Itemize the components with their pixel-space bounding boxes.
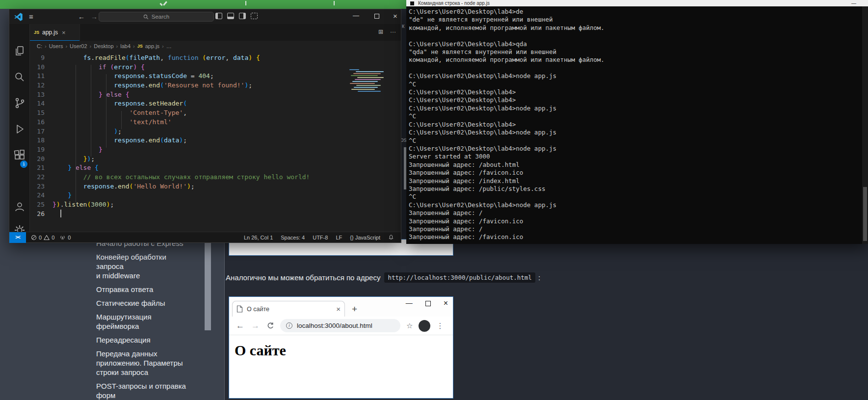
explorer-icon[interactable]	[14, 45, 26, 57]
sidebar-nav-item[interactable]: Отправка ответа	[96, 285, 194, 294]
code-editor[interactable]: 9 fs.readFile(filePath, function (error,…	[30, 52, 401, 232]
code-text: }).listen(3000);	[53, 200, 114, 210]
terminal-minimize-fragment[interactable]: —	[851, 0, 856, 6]
terminal-line: C:\Users\User02\Desktop\lab4>	[409, 88, 868, 96]
minimap[interactable]	[349, 69, 379, 96]
encoding[interactable]: UTF-8	[313, 235, 328, 240]
notifications-bell-icon[interactable]	[388, 234, 394, 240]
terminal-line: C:\Users\User02\Desktop\lab4>qda	[409, 40, 868, 48]
problems-indicator[interactable]: 0 0	[31, 235, 54, 240]
code-line[interactable]: 18 response.end(data);	[30, 136, 401, 145]
cursor-position[interactable]: Ln 26, Col 1	[244, 235, 273, 240]
breadcrumb-item[interactable]: app.js	[145, 43, 159, 49]
breadcrumb-item[interactable]: Users	[49, 43, 63, 49]
status-bar: >< 0 0 0 Ln 26, Col 1	[9, 232, 401, 242]
code-line[interactable]: 26	[30, 210, 401, 219]
indentation[interactable]: Spaces: 4	[281, 235, 305, 240]
code-line[interactable]: 17 );	[30, 127, 401, 136]
breadcrumb-separator: ›	[65, 43, 67, 49]
window-maximize-icon[interactable]	[374, 14, 379, 19]
tab-close-icon[interactable]: ×	[62, 29, 66, 36]
source-control-icon[interactable]	[14, 97, 26, 109]
code-line[interactable]: 20 });	[30, 155, 401, 164]
sidebar-nav-item[interactable]: Конвейер обработки запросаи middleware	[96, 252, 194, 280]
toggle-secondary-sidebar-icon[interactable]	[239, 13, 246, 19]
breadcrumb-item[interactable]: User02	[70, 43, 87, 49]
customize-layout-icon[interactable]	[251, 13, 258, 19]
terminal-window[interactable]: Командная строка - node app.js — C:\User…	[406, 0, 868, 244]
terminal-title-bar[interactable]: Командная строка - node app.js —	[406, 0, 868, 6]
code-text: response.statusCode = 404;	[53, 72, 214, 81]
sidebar-nav-item[interactable]: Статические файлы	[96, 298, 194, 308]
terminal-line: ^C	[409, 193, 868, 201]
command-center-search[interactable]: Search	[99, 12, 214, 22]
mockup-maximize-icon	[425, 301, 431, 306]
search-sidebar-icon[interactable]	[14, 71, 26, 83]
account-icon[interactable]	[14, 201, 26, 213]
more-actions-icon[interactable]: ···	[390, 28, 396, 35]
terminal-scrollbar[interactable]	[862, 6, 868, 244]
run-debug-icon[interactable]	[14, 123, 26, 135]
split-editor-icon[interactable]: ⊞	[378, 28, 383, 35]
nav-forward-icon[interactable]: →	[91, 13, 98, 21]
code-line[interactable]: 25}).listen(3000);	[30, 200, 401, 210]
toggle-panel-icon[interactable]	[227, 13, 234, 19]
eol-sequence[interactable]: LF	[336, 235, 342, 240]
code-line[interactable]: 24 }	[30, 191, 401, 200]
breadcrumb[interactable]: C:›Users›User02›Desktop›lab4›JSapp.js›…	[30, 41, 401, 52]
code-line[interactable]: 23 response.end('Hello World!');	[30, 182, 401, 191]
sidebar-scrollbar[interactable]	[205, 242, 211, 330]
menu-hamburger-icon[interactable]: ≡	[29, 12, 33, 21]
code-text: }	[53, 145, 103, 155]
code-line[interactable]: 13 } else {	[30, 90, 401, 100]
line-number: 12	[30, 81, 53, 90]
code-text: response.end(data);	[53, 136, 187, 145]
window-minimize-icon[interactable]: —	[353, 12, 359, 19]
code-text: fs.readFile(filePath, function (error, d…	[53, 53, 260, 63]
vscode-window: ≡ ← → Search — ×	[9, 9, 401, 243]
code-line[interactable]: 16 'text/html'	[30, 118, 401, 127]
sidebar-nav-item[interactable]: Передача данныхприложению. Параметрыстро…	[96, 349, 194, 377]
code-line[interactable]: 21 } else {	[30, 163, 401, 173]
ports-indicator[interactable]: 0	[59, 235, 71, 240]
vscode-title-bar[interactable]: ≡ ← → Search — ×	[9, 9, 401, 24]
code-line[interactable]: 19 }	[30, 145, 401, 155]
mockup-omnibox: i localhost:3000/about.html	[280, 319, 400, 332]
code-text: 'text/html'	[53, 118, 172, 127]
sidebar-nav-item[interactable]: Переадресация	[96, 335, 194, 345]
terminal-line: C:\Users\User02\Desktop\lab4>	[409, 96, 868, 104]
code-line[interactable]: 9 fs.readFile(filePath, function (error,…	[30, 53, 401, 63]
mockup-page-heading: О сайте	[235, 342, 453, 359]
nav-back-icon[interactable]: ←	[78, 13, 85, 21]
code-line[interactable]: 12 response.end('Resourse not found!');	[30, 81, 401, 90]
search-label: Search	[152, 14, 169, 20]
terminal-line: "qda" не является внутренней или внешней	[409, 48, 868, 56]
language-mode[interactable]: {} JavaScript	[350, 235, 380, 240]
extensions-icon[interactable]	[14, 149, 26, 161]
desktop: Начало работы с ExpressКонвейер обработк…	[0, 0, 868, 400]
mockup-window-controls: — ×	[406, 299, 448, 308]
breadcrumb-item[interactable]: Desktop	[94, 43, 113, 49]
vscode-logo-icon	[14, 13, 23, 21]
line-number: 18	[30, 136, 53, 145]
sidebar-nav-item[interactable]: Маршрутизация фреймворка	[96, 312, 194, 331]
window-close-icon[interactable]: ×	[393, 12, 397, 20]
terminal-line: Запрошенный адрес: /index.html	[409, 177, 868, 185]
code-line[interactable]: 11 response.statusCode = 404;	[30, 72, 401, 81]
breadcrumb-item[interactable]: …	[166, 43, 172, 49]
code-line[interactable]: 22 // во всех остальных случаях отправля…	[30, 173, 401, 182]
tab-app-js[interactable]: JS app.js ×	[30, 24, 80, 41]
remote-indicator[interactable]: ><	[9, 232, 26, 243]
code-line[interactable]: 14 response.setHeader(	[30, 99, 401, 108]
code-line[interactable]: 15 'Content-Type',	[30, 108, 401, 118]
sidebar-nav-item[interactable]: POST-запросы и отправкаформ	[96, 381, 194, 400]
line-number: 16	[30, 118, 53, 127]
activity-bar: 1	[9, 24, 30, 232]
breadcrumb-item[interactable]: C:	[37, 43, 42, 49]
terminal-scrollbar-thumb[interactable]	[863, 187, 867, 241]
code-line[interactable]: 10 if (error) {	[30, 63, 401, 72]
toggle-sidebar-icon[interactable]	[215, 13, 222, 19]
breadcrumb-item[interactable]: lab4	[120, 43, 131, 49]
terminal-output[interactable]: C:\Users\User02\Desktop\lab4>de"de" не я…	[406, 6, 868, 241]
mockup-url-text: localhost:3000/about.html	[297, 322, 372, 329]
